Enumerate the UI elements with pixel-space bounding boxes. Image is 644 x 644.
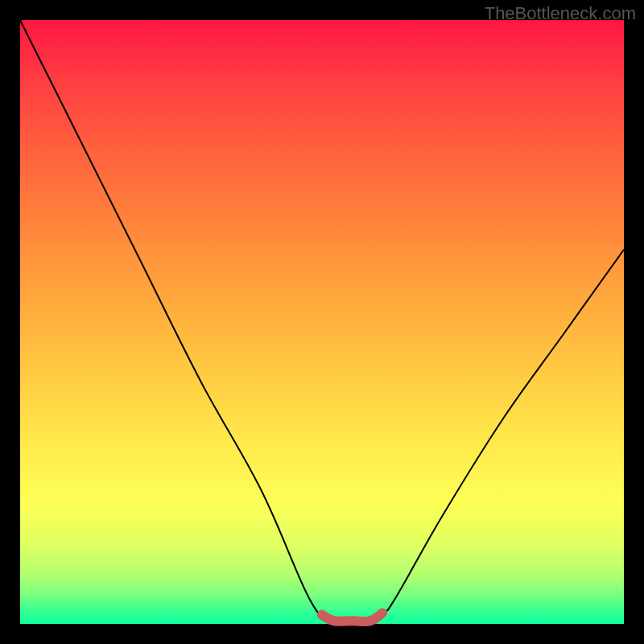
highlight-start-dot: [317, 610, 327, 620]
bottleneck-curve-path: [20, 20, 624, 626]
curve-overlay: [20, 20, 624, 624]
optimal-highlight-path: [322, 613, 382, 622]
chart-container: TheBottleneck.com: [0, 0, 644, 644]
gradient-plot-area: [20, 20, 624, 624]
attribution-text: TheBottleneck.com: [485, 3, 636, 24]
